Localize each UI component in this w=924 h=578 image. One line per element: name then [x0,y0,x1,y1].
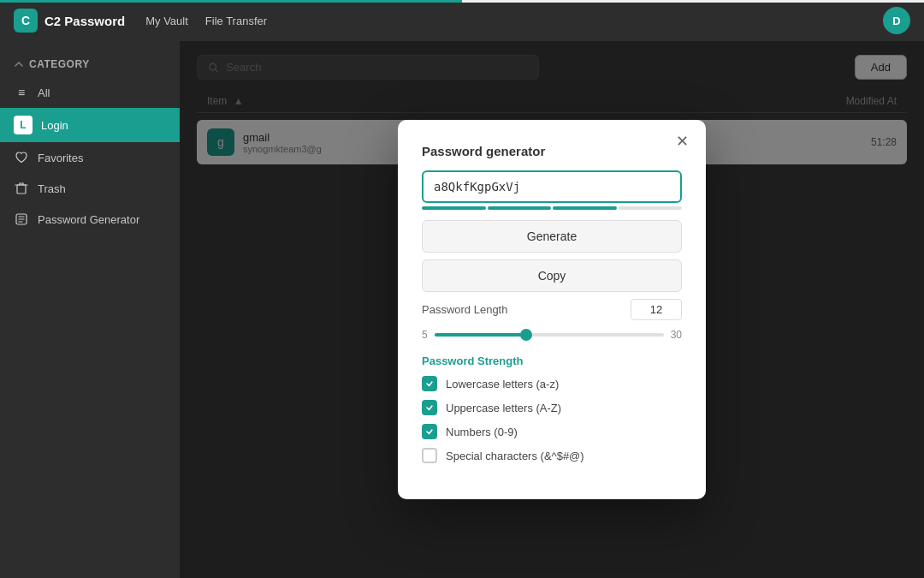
sidebar-item-all-label: All [38,86,50,99]
slider-max-label: 30 [671,329,682,341]
sidebar-item-trash[interactable]: Trash [0,173,180,204]
svg-rect-0 [17,185,26,194]
modal-title: Password generator [422,144,682,158]
sidebar-item-password-generator[interactable]: Password Generator [0,204,180,235]
progress-fill [0,0,462,3]
password-input-wrap [422,170,682,203]
checkbox-lowercase-label: Lowercase letters (a-z) [446,378,559,390]
nav-file-transfer[interactable]: File Transfer [205,15,267,27]
checkbox-numbers-label: Numbers (0-9) [446,426,518,438]
slider-thumb[interactable] [520,329,532,341]
checkbox-lowercase[interactable]: Lowercase letters (a-z) [422,376,682,391]
sidebar-item-all[interactable]: ≡ All [0,77,180,108]
checkbox-uppercase-label: Uppercase letters (A-Z) [446,402,561,414]
modal-overlay[interactable]: ✕ Password generator Generate Copy Passw… [180,41,924,578]
sidebar-item-trash-label: Trash [38,182,66,195]
sidebar-item-pg-label: Password Generator [38,213,139,226]
strength-seg-3 [553,206,617,210]
checkbox-numbers-box[interactable] [422,424,437,439]
progress-bar-top [0,0,924,3]
sidebar-category-label: Category [0,51,180,77]
list-icon: ≡ [14,85,29,100]
nav-my-vault[interactable]: My Vault [145,15,188,27]
checkbox-uppercase-box[interactable] [422,400,437,415]
brand-icon: C [14,9,38,33]
copy-button[interactable]: Copy [422,259,682,292]
strength-seg-2 [488,206,552,210]
checkbox-numbers[interactable]: Numbers (0-9) [422,424,682,439]
checkbox-lowercase-box[interactable] [422,376,437,391]
sidebar-item-login-label: Login [41,119,68,132]
top-navigation: C C2 Password My Vault File Transfer D [0,0,924,41]
main-layout: Category ≡ All L Login Favorites Trash [0,41,924,578]
password-generator-modal: ✕ Password generator Generate Copy Passw… [398,120,706,499]
slider-track[interactable] [435,333,664,337]
login-icon: L [14,116,33,134]
password-gen-icon [14,212,29,227]
trash-icon [14,181,29,196]
modal-close-button[interactable]: ✕ [671,132,694,151]
heart-icon [14,150,29,165]
checkbox-special[interactable]: Special characters (&^$#@) [422,448,682,463]
sidebar-item-favorites-label: Favorites [38,152,83,164]
strength-bar [422,206,682,210]
nav-links: My Vault File Transfer [145,15,267,27]
slider-fill [435,333,526,337]
slider-row: 5 30 [422,329,682,341]
sidebar: Category ≡ All L Login Favorites Trash [0,41,180,578]
sidebar-item-favorites[interactable]: Favorites [0,142,180,173]
main-content: Add Item ▲ Modified At g gmail synogmkte… [180,41,924,578]
length-label: Password Length [422,303,507,316]
generated-password-input[interactable] [422,170,682,203]
user-avatar[interactable]: D [883,7,910,34]
checkmark-icon [425,427,434,436]
chevron-up-icon [14,59,24,69]
strength-seg-4 [619,206,683,210]
strength-section-label: Password Strength [422,355,682,367]
brand-name: C2 Password [44,14,125,28]
checkbox-special-label: Special characters (&^$#@) [446,450,584,462]
brand-logo: C C2 Password [14,9,125,33]
checkmark-icon [425,403,434,412]
slider-min-label: 5 [422,329,428,341]
strength-seg-1 [422,206,486,210]
checkbox-uppercase[interactable]: Uppercase letters (A-Z) [422,400,682,415]
length-row: Password Length [422,299,682,320]
checkbox-special-box[interactable] [422,448,437,463]
length-value-input[interactable] [631,299,682,320]
sidebar-item-login[interactable]: L Login [0,108,180,142]
generate-button[interactable]: Generate [422,220,682,253]
checkmark-icon [425,379,434,388]
